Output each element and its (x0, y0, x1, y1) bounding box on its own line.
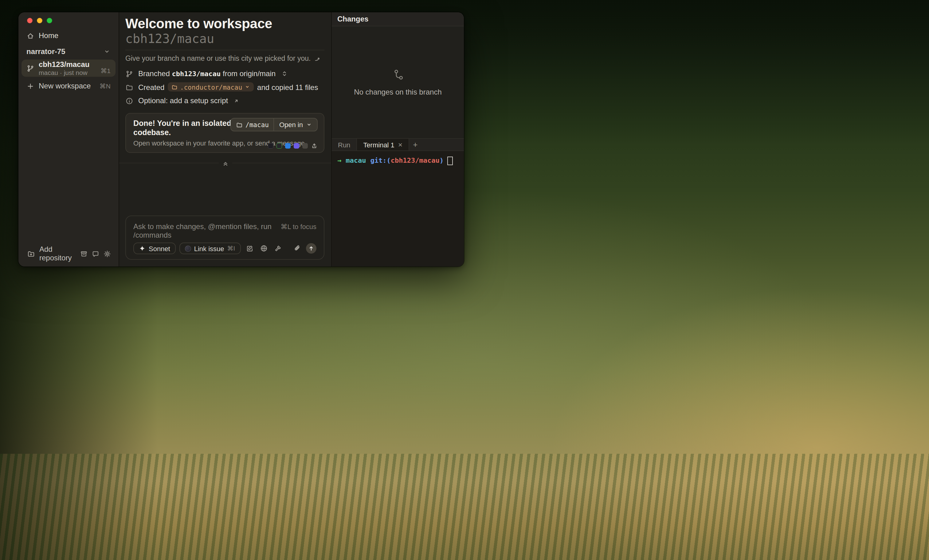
workspace-item-title: cbh123/macau (39, 60, 89, 69)
collapse-button[interactable] (218, 159, 232, 167)
chat-history-area (119, 163, 331, 216)
prompt-edit-button[interactable] (244, 243, 254, 254)
chevron-down-icon (306, 122, 312, 128)
compose-icon (245, 244, 253, 252)
composer-input-row: Ask to make changes, @mention files, run… (133, 222, 316, 239)
composer-placeholder: Ask to make changes, @mention files, run… (133, 222, 274, 239)
external-link-icon (233, 97, 240, 104)
open-in-button[interactable]: Open in (274, 118, 317, 131)
zoom-window-button[interactable] (47, 18, 52, 23)
double-chevron-up-icon (221, 159, 229, 167)
composer-toolbar: Sonnet Link issue ⌘I (133, 243, 316, 254)
changes-empty-state: No changes on this branch (332, 26, 464, 138)
prompt-arrow: → (337, 156, 341, 165)
open-folder-button[interactable]: /macau (231, 118, 274, 131)
window-controls (18, 12, 119, 29)
terminal-prompt-line: → macau git:( cbh123/macau ) (337, 156, 458, 165)
minimize-window-button[interactable] (37, 18, 42, 23)
add-repository-icon (27, 249, 35, 258)
branch-code: cbh123/macau (172, 70, 221, 78)
web-search-button[interactable] (258, 243, 269, 254)
linear-icon (185, 245, 191, 251)
hint-text: Give your branch a name or use this city… (125, 54, 311, 63)
add-repository-button[interactable]: Add repository (27, 245, 80, 262)
folder-path: /macau (245, 121, 269, 129)
folder-icon (172, 84, 178, 90)
prompt-git-prefix: git:( (371, 156, 391, 165)
app-icon-terminal[interactable] (268, 143, 273, 148)
prompt-cwd: macau (346, 156, 366, 165)
rename-arrow-icon[interactable] (314, 55, 321, 62)
hammer-icon (274, 244, 282, 252)
folder-icon (236, 121, 242, 128)
close-tab-icon[interactable]: × (398, 141, 402, 148)
wallpaper-vineyard-rows (0, 453, 929, 560)
step-created: Created .conductor/macau and copied 11 f… (125, 82, 324, 93)
changes-title: Changes (337, 15, 368, 23)
workspace-item-text: cbh123/macau macau · just now (39, 60, 89, 76)
tools-button[interactable] (273, 243, 283, 254)
chat-composer[interactable]: Ask to make changes, @mention files, run… (125, 216, 324, 260)
new-workspace-label: New workspace (39, 82, 90, 90)
workspace-group-header[interactable]: narrator-75 (21, 45, 115, 58)
globe-icon (260, 244, 268, 252)
sidebar-footer-icons (80, 249, 111, 258)
branch-icon (125, 70, 133, 78)
home-icon (26, 32, 34, 40)
prompt-git-suffix: ) (440, 156, 444, 165)
plus-icon (26, 82, 34, 90)
chevron-down-icon (103, 48, 110, 55)
changes-header: Changes (332, 12, 464, 26)
step-setup-script: Optional: add a setup script (125, 95, 324, 106)
right-panel: Changes No changes on this branch Run Te… (332, 12, 464, 266)
workspace-name: cbh123/macau (125, 32, 324, 46)
page-title: Welcome to workspace (125, 17, 324, 31)
send-button[interactable] (306, 243, 316, 254)
setup-script-link[interactable]: Optional: add a setup script (138, 96, 228, 105)
tab-terminal-1[interactable]: Terminal 1 × (356, 139, 409, 150)
settings-gear-icon[interactable] (103, 249, 111, 258)
archive-icon[interactable] (80, 249, 88, 258)
terminal-tabbar: Run Terminal 1 × + (332, 138, 464, 151)
workspace-item-shortcut: ⌘1 (100, 67, 110, 74)
chevron-down-icon (245, 84, 250, 90)
folder-icon (125, 83, 133, 91)
terminal-cursor (447, 156, 453, 165)
app-icon-other[interactable] (302, 143, 308, 148)
link-issue-button[interactable]: Link issue ⌘I (179, 243, 241, 254)
divider (125, 50, 324, 50)
terminal[interactable]: → macau git:( cbh123/macau ) (332, 151, 464, 266)
sidebar-item-home[interactable]: Home (21, 29, 115, 42)
app-icon-github[interactable] (294, 143, 299, 148)
link-issue-shortcut: ⌘I (227, 245, 235, 252)
sidebar: Home narrator-75 cbh123/macau macau · ju… (18, 12, 119, 266)
branch-graph-icon (391, 68, 405, 83)
branch-icon (26, 64, 34, 72)
focus-shortcut-hint: ⌘L to focus (281, 222, 316, 231)
feedback-chat-icon[interactable] (92, 249, 100, 258)
close-window-button[interactable] (27, 18, 32, 23)
new-workspace-button[interactable]: New workspace ⌘N (21, 79, 115, 93)
add-tab-button[interactable]: + (409, 139, 422, 150)
arrow-up-icon (308, 245, 314, 252)
group-name: narrator-75 (26, 47, 66, 56)
tab-run[interactable]: Run (332, 139, 356, 150)
paperclip-icon (293, 244, 301, 252)
empty-state-text: No changes on this branch (354, 88, 442, 96)
conductor-path-badge[interactable]: .conductor/macau (168, 83, 254, 92)
model-selector-button[interactable]: Sonnet (133, 243, 176, 254)
desktop: Home narrator-75 cbh123/macau macau · ju… (0, 0, 929, 560)
switch-branch-icon[interactable] (281, 70, 288, 77)
share-open-icon[interactable] (311, 142, 318, 149)
done-card: Done! You're in an isolated copy of your… (125, 113, 324, 153)
prompt-branch: cbh123/macau (391, 156, 440, 165)
app-shortcuts (268, 142, 318, 149)
new-workspace-shortcut: ⌘N (100, 82, 110, 90)
app-window: Home narrator-75 cbh123/macau macau · ju… (18, 12, 464, 266)
app-icon-editor[interactable] (276, 143, 282, 148)
workspace-item-macau[interactable]: cbh123/macau macau · just now ⌘1 (21, 60, 115, 77)
sparkle-icon (139, 245, 146, 252)
app-icon-vscode[interactable] (285, 143, 291, 148)
sidebar-footer: Add repository (18, 245, 119, 266)
attach-file-button[interactable] (292, 243, 302, 254)
